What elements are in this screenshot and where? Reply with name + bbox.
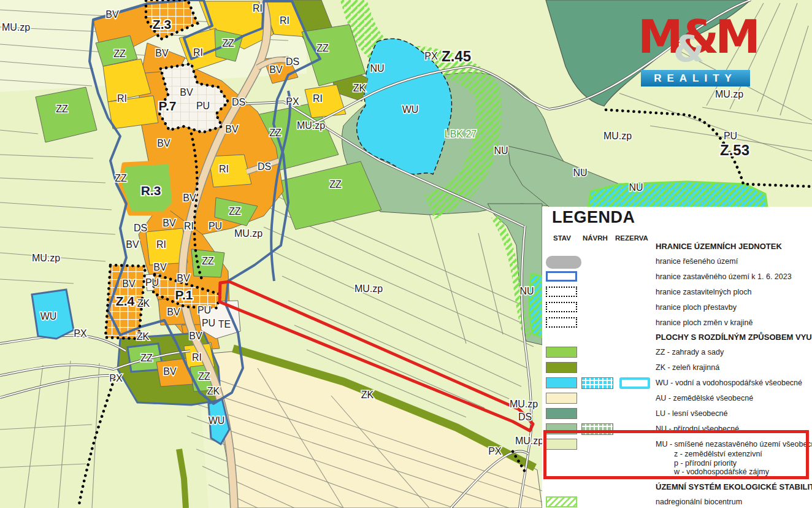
map-label-bv: BV <box>180 87 193 98</box>
map-label-px: PX <box>424 51 438 61</box>
legend-swatch-dotted <box>546 317 577 328</box>
map-label-wu: WU <box>402 104 419 115</box>
legend-row-label: hranice zastavěného území k 1. 6. 2023 <box>656 272 792 281</box>
legend-swatch-bluerect <box>546 271 577 282</box>
map-label-mu-zp: MU.zp <box>510 399 538 409</box>
map-label-nu: NU <box>573 167 587 178</box>
pond-wu-navrh-east <box>529 274 542 337</box>
map-label-zz: ZZ <box>329 179 342 190</box>
map-label-bv: BV <box>225 124 239 134</box>
map-label-zz: ZZ <box>229 206 241 217</box>
map-label-zk: ZK <box>353 83 366 93</box>
legend-swatch-stav <box>546 347 577 358</box>
map-label-bv: BV <box>177 273 190 283</box>
map-label-zz: ZZ <box>316 43 329 53</box>
map-label-ri: RI <box>184 221 194 231</box>
map-label-bv: BV <box>122 279 136 289</box>
map-label-ds: DS <box>232 97 245 107</box>
map-label-ds: DS <box>258 161 271 172</box>
legend-row-label: ZZ - zahrady a sady <box>656 348 724 356</box>
map-label-zz: ZZ <box>222 38 234 48</box>
map-label-p-1: P.1 <box>175 288 193 302</box>
map-label-zz: ZZ <box>202 256 214 266</box>
map-label-zk: ZK <box>361 390 374 400</box>
map-label-bv: BV <box>157 138 170 148</box>
legend-section-heading: PLOCHY S ROZDÍLNÝM ZPŮSOBEM VYUŽITÍ <box>656 333 812 342</box>
map-label-ri: RI <box>219 164 229 174</box>
legend-row-label: ZK - zeleň krajinná <box>656 363 719 372</box>
map-label-p-7: P.7 <box>159 99 177 113</box>
map-label-pu: PU <box>197 305 211 315</box>
mm-reality-logo: & M&M REALITY <box>638 20 753 86</box>
legend-panel: LEGENDA STAV NÁVRH REZERVA HRANICE ÚZEMN… <box>542 207 812 508</box>
map-label-zz: ZZ <box>140 353 153 363</box>
map-label-pu: PU <box>196 101 210 111</box>
map-label-lbk-27: LBK 27 <box>445 129 477 139</box>
map-label-px: PX <box>488 446 502 456</box>
map-label-z-4: Z.4 <box>116 294 135 308</box>
map-label-zz: ZZ <box>198 371 210 382</box>
map-label-ri: RI <box>280 15 289 26</box>
map-label-nu: NU <box>629 182 643 193</box>
map-label-r-3: R.3 <box>141 183 161 198</box>
map-label-zk: ZK <box>207 386 220 396</box>
legend-swatch-grey <box>546 256 581 269</box>
map-label-ri: RI <box>156 239 166 250</box>
logo-reality-text: REALITY <box>641 70 750 87</box>
legend-row-label: hranice zastavitelných ploch <box>656 288 751 296</box>
map-label-z-45: Z.45 <box>442 48 471 64</box>
map-label-bv: BV <box>189 331 202 341</box>
map-label-te: TE <box>218 319 231 329</box>
map-label-bv: BV <box>153 262 167 272</box>
map-label-nu: NU <box>370 63 384 74</box>
map-label-zk: ZK <box>137 298 150 309</box>
legend-row-label: nadregionální biocentrum <box>656 498 742 506</box>
legend-swatch-dotted <box>546 287 577 297</box>
map-label-bv: BV <box>126 239 139 250</box>
map-label-ri: RI <box>192 352 202 363</box>
map-label-bv: BV <box>183 193 196 203</box>
map-label-z-3: Z.3 <box>153 17 171 31</box>
map-label-bv: BV <box>269 64 283 75</box>
legend-swatch-stav <box>546 377 577 388</box>
map-label-mu-zp: MU.zp <box>2 22 30 33</box>
map-label-pu: PU <box>145 277 159 288</box>
map-label-zk: ZK <box>137 331 150 342</box>
legend-section-heading: HRANICE ÚZEMNÍCH JEDNOTEK <box>656 242 782 251</box>
map-label-bv: BV <box>163 218 176 228</box>
map-label-mu-zp: MU.zp <box>354 283 383 294</box>
map-label-px: PX <box>109 373 123 383</box>
map-label-zz: ZZ <box>56 104 68 114</box>
map-label-px: PX <box>286 96 299 107</box>
map-label-zz: ZZ <box>115 173 127 183</box>
zoning-map-screenshot: MU.zpBVZ.3ZZBVRIZZRIRIDSBVZZNUZKPXZ.45WU… <box>0 0 812 508</box>
map-label-nu: NU <box>494 145 508 156</box>
map-label-pu: PU <box>209 221 222 231</box>
map-label-wu: WU <box>209 415 225 426</box>
legend-swatch-rezerva <box>619 377 650 389</box>
legend-swatch-hatch <box>546 496 577 507</box>
legend-row-label: hranice řešeného území <box>656 257 738 266</box>
map-label-ri: RI <box>193 47 203 58</box>
legend-row-label: hranice ploch přestavby <box>656 303 737 312</box>
map-label-px: PX <box>74 328 87 339</box>
map-label-nu: NU <box>519 286 534 296</box>
map-label-bv: BV <box>105 9 119 20</box>
legend-swatch-dotted <box>546 302 577 312</box>
map-label-bv: BV <box>163 366 177 377</box>
map-label-pu: PU <box>202 318 215 328</box>
legend-row-label: LU - lesní všeobecné <box>656 409 727 418</box>
map-label-pu: PU <box>724 131 737 141</box>
legend-swatch-stav <box>546 408 577 419</box>
map-label-bv: BV <box>167 307 180 317</box>
map-label-mu-zp: MU.zp <box>515 436 543 446</box>
map-label-ri: RI <box>117 93 127 104</box>
legend-swatch-navrh <box>581 377 613 389</box>
logo-ampersand: & <box>673 28 705 70</box>
map-label-ds: DS <box>286 56 299 67</box>
map-label-ds: DS <box>134 223 147 233</box>
legend-row-label: hranice ploch změn v krajině <box>656 318 753 327</box>
legend-section-heading: ÚZEMNÍ SYSTÉM EKOLOGICKÉ STABILITY <box>656 482 812 491</box>
map-label-mu-zp: MU.zp <box>603 131 632 141</box>
map-label-mu-zp: MU.zp <box>32 253 60 263</box>
